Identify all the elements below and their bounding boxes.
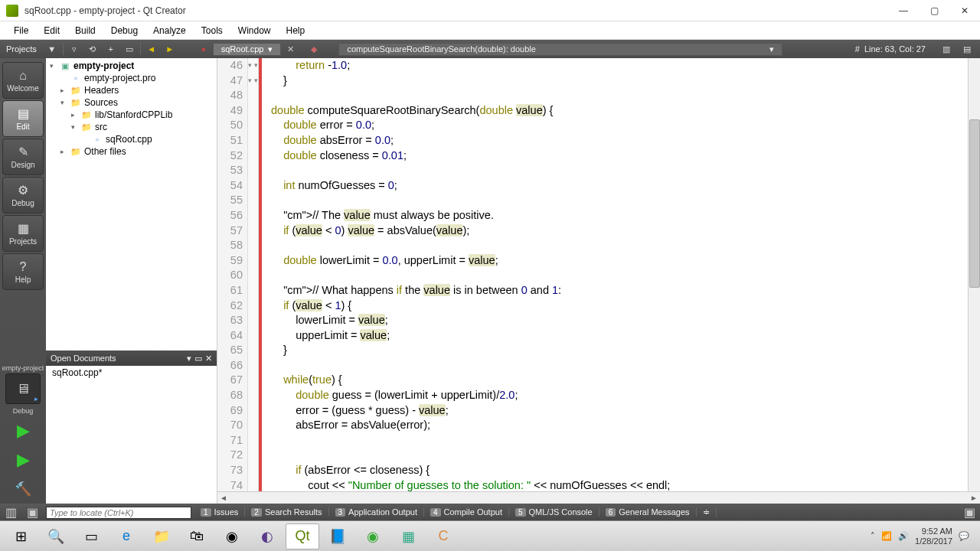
- vertical-scrollbar[interactable]: [968, 58, 980, 491]
- sync-icon[interactable]: ⟲: [86, 42, 100, 56]
- chrome-icon[interactable]: ◉: [215, 523, 249, 549]
- eclipse-icon[interactable]: ◐: [250, 523, 284, 549]
- debug-run-button[interactable]: ▶: [5, 446, 41, 474]
- store-icon[interactable]: 🛍: [180, 523, 214, 549]
- kit-selector[interactable]: 🖥 ▸: [5, 373, 41, 404]
- open-docs-header: Open Documents ▾ ▭ ✕: [46, 350, 217, 366]
- close-panel-icon[interactable]: ✕: [205, 354, 212, 364]
- tree-lib-folder[interactable]: ▸📁lib/StanfordCPPLib: [46, 109, 217, 121]
- tab-dropdown-icon[interactable]: ▾: [268, 44, 273, 54]
- breadcrumb-icon: ◆: [307, 42, 321, 56]
- menu-help[interactable]: Help: [279, 25, 313, 36]
- editor-tab[interactable]: sqRoot.cpp ▾: [213, 43, 282, 56]
- menu-build[interactable]: Build: [67, 25, 103, 36]
- edge-icon[interactable]: e: [109, 523, 143, 549]
- tab-close-icon[interactable]: ✕: [283, 42, 297, 56]
- tray-up-icon[interactable]: ˄: [871, 531, 875, 541]
- minimize-button[interactable]: —: [888, 0, 919, 21]
- locator-input[interactable]: [46, 505, 191, 519]
- search-icon[interactable]: 🔍: [39, 523, 73, 549]
- sidebar-toggle-icon[interactable]: ▥: [3, 505, 18, 520]
- maximize-button[interactable]: ▢: [919, 0, 949, 21]
- menu-tools[interactable]: Tools: [194, 25, 230, 36]
- split-icon[interactable]: ▭: [194, 354, 202, 364]
- open-doc-item[interactable]: sqRoot.cpp*: [46, 366, 217, 380]
- fold-gutter[interactable]: ▾ ▾ ▾ ▾: [248, 58, 259, 491]
- scroll-left-icon[interactable]: ◄: [217, 492, 230, 504]
- tree-other[interactable]: ▸📁Other files: [46, 145, 217, 158]
- filter-icon[interactable]: ▿: [67, 42, 81, 56]
- status-expand-icon[interactable]: ≑: [697, 507, 717, 517]
- open-docs-list[interactable]: sqRoot.cpp*: [46, 366, 217, 504]
- app-icon-1[interactable]: 📘: [321, 523, 354, 549]
- tree-headers[interactable]: ▸📁Headers: [46, 84, 217, 96]
- dropdown-icon[interactable]: ▾: [187, 354, 191, 364]
- symbol-breadcrumb[interactable]: computeSquareRootBinarySearch(double): d…: [338, 43, 782, 56]
- tree-root[interactable]: ▾▣empty-project: [46, 60, 217, 72]
- menu-edit[interactable]: Edit: [36, 25, 67, 36]
- nav-forward-icon[interactable]: ►: [163, 42, 177, 56]
- mode-projects[interactable]: ▦Projects: [2, 215, 44, 252]
- volume-icon[interactable]: 🔊: [898, 531, 909, 541]
- menu-debug[interactable]: Debug: [103, 25, 145, 36]
- app-icon-3[interactable]: ▦: [391, 523, 425, 549]
- file-icon: ▫: [70, 73, 82, 83]
- status-general[interactable]: 6General Messages: [599, 507, 697, 517]
- qtcreator-icon[interactable]: Qt: [286, 523, 319, 549]
- app-icon-2[interactable]: ◉: [356, 523, 390, 549]
- close-button[interactable]: ✕: [949, 0, 980, 21]
- progress-icon[interactable]: ▣: [962, 505, 977, 520]
- camtasia-icon[interactable]: C: [426, 523, 460, 549]
- split-h-icon[interactable]: ▥: [939, 42, 953, 56]
- code-lines[interactable]: return -1.0; } double computeSquareRootB…: [262, 58, 968, 491]
- wifi-icon[interactable]: 📶: [881, 531, 892, 541]
- line-col-indicator[interactable]: # Line: 63, Col: 27: [848, 44, 933, 54]
- projects-selector[interactable]: Projects: [0, 44, 43, 54]
- status-compile[interactable]: 4Compile Output: [424, 507, 509, 517]
- nav-back-icon[interactable]: ◄: [145, 42, 158, 56]
- menu-file[interactable]: File: [6, 25, 36, 36]
- status-search[interactable]: 2Search Results: [245, 507, 328, 517]
- mode-debug[interactable]: ⚙Debug: [2, 177, 44, 214]
- menu-analyze[interactable]: Analyze: [145, 25, 194, 36]
- status-appout[interactable]: 3Application Output: [329, 507, 424, 517]
- split-icon[interactable]: ▭: [122, 42, 136, 56]
- statusbar: ▥ ▣ 1Issues 2Search Results 3Application…: [0, 504, 980, 520]
- target-label: empty-project: [2, 364, 44, 372]
- tree-src-folder[interactable]: ▾📁src: [46, 121, 217, 133]
- tree-sources[interactable]: ▾📁Sources: [46, 96, 217, 109]
- start-button[interactable]: ⊞: [4, 523, 38, 549]
- dropdown-icon[interactable]: ▼: [45, 42, 59, 56]
- add-icon[interactable]: +: [104, 42, 118, 56]
- tree-pro-file[interactable]: ▫empty-project.pro: [46, 72, 217, 84]
- bug-icon: ⚙: [18, 183, 28, 197]
- output-toggle-icon[interactable]: ▣: [24, 505, 40, 520]
- menu-window[interactable]: Window: [230, 25, 279, 36]
- kit-label: Debug: [13, 407, 34, 415]
- project-icon: ▣: [59, 60, 71, 71]
- scroll-right-icon[interactable]: ►: [968, 492, 980, 504]
- tree-srcfile[interactable]: ▫sqRoot.cpp: [46, 133, 217, 145]
- system-tray[interactable]: ˄ 📶 🔊 9:52 AM 1/28/2017 💬: [863, 527, 977, 546]
- scrollbar-thumb[interactable]: [969, 119, 980, 288]
- clock[interactable]: 9:52 AM 1/28/2017: [915, 527, 952, 546]
- status-issues[interactable]: 1Issues: [194, 507, 245, 517]
- locator-field[interactable]: [46, 507, 191, 519]
- horizontal-scrollbar[interactable]: ◄ ►: [217, 491, 980, 504]
- status-qml[interactable]: 5QML/JS Console: [509, 507, 599, 517]
- project-tree[interactable]: ▾▣empty-project ▫empty-project.pro ▸📁Hea…: [46, 58, 217, 350]
- mode-welcome[interactable]: ⌂Welcome: [2, 62, 44, 99]
- mode-edit[interactable]: ▤Edit: [2, 100, 44, 137]
- task-view-icon[interactable]: ▭: [74, 523, 108, 549]
- build-button[interactable]: 🔨: [5, 475, 41, 503]
- help-icon: ?: [20, 260, 27, 274]
- code-area[interactable]: 46 47 48 49 50 51 52 53 54 55 56 57 58 5…: [217, 58, 980, 491]
- home-icon: ⌂: [19, 69, 27, 83]
- run-button[interactable]: ▶: [5, 417, 41, 445]
- notifications-icon[interactable]: 💬: [959, 531, 969, 541]
- design-icon: ✎: [18, 145, 28, 159]
- mode-design[interactable]: ✎Design: [2, 139, 44, 175]
- split-v-icon[interactable]: ▤: [960, 42, 974, 56]
- mode-help[interactable]: ?Help: [2, 253, 44, 290]
- explorer-icon[interactable]: 📁: [145, 523, 178, 549]
